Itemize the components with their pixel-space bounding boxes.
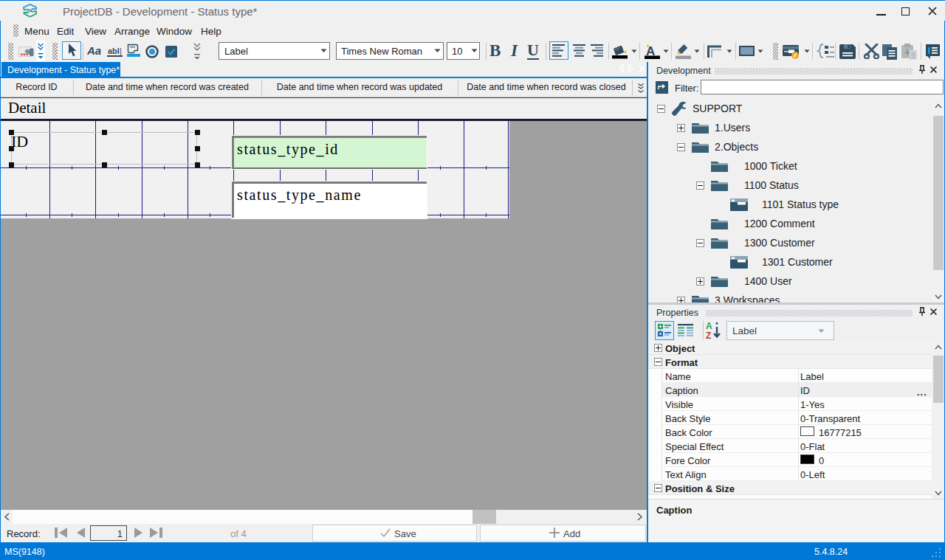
svg-text:Z: Z — [706, 331, 711, 340]
svg-text:A: A — [706, 321, 712, 331]
